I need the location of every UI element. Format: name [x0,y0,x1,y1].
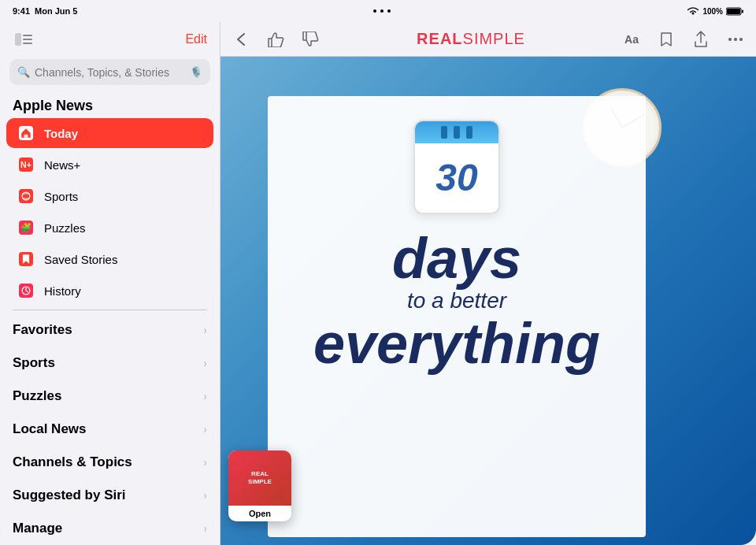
svg-point-17 [728,38,732,41]
calendar-body: 30 [415,143,498,213]
ipad-frame: 9:41 Mon Jun 5 100% [0,0,756,545]
svg-point-19 [739,38,743,41]
sidebar: Edit 🔍 🎙️ Apple News Today [0,22,220,545]
calendar-number: 30 [435,159,477,197]
status-bar-right: 100% [687,6,743,16]
svg-rect-10 [19,189,33,203]
sidebar-toggle-button[interactable] [13,31,35,48]
local-news-chevron: › [203,423,207,436]
article-headline-everything: everything [313,315,600,372]
font-size-button[interactable]: Aa [621,28,643,50]
back-button[interactable] [230,28,252,50]
dot2 [380,9,384,13]
sidebar-item-puzzles[interactable]: 🧩 Puzzles [6,213,213,243]
article-card: 30 days to a better everything [268,96,646,537]
channels-topics-label: Channels & Topics [13,454,132,470]
status-bar-left: 9:41 Mon Jun 5 [13,6,77,16]
svg-rect-4 [23,35,32,36]
sidebar-item-saved-stories[interactable]: Saved Stories [6,244,213,274]
local-news-label: Local News [13,421,87,437]
sidebar-item-sports[interactable]: Sports [6,181,213,211]
sidebar-topbar: Edit [0,22,220,56]
share-icon [694,31,708,48]
like-button[interactable] [265,28,287,50]
sidebar-item-channels-topics[interactable]: Channels & Topics › [0,446,220,479]
main-layout: Edit 🔍 🎙️ Apple News Today [0,22,756,545]
dislike-button[interactable] [299,28,321,50]
sidebar-item-sports-group[interactable]: Sports › [0,347,220,380]
calendar-top [415,121,498,143]
svg-rect-6 [23,43,32,44]
sidebar-item-puzzles-group[interactable]: Puzzles › [0,380,220,413]
today-label: Today [44,127,78,140]
saved-stories-label: Saved Stories [44,253,117,266]
puzzles-group-label: Puzzles [13,388,61,404]
status-bar-center [373,9,391,13]
edit-button[interactable]: Edit [185,32,207,46]
svg-rect-1 [727,9,740,14]
status-time: 9:41 [13,6,30,16]
more-button[interactable] [724,28,747,50]
cal-ring-1 [441,126,447,139]
suggested-by-siri-label: Suggested by Siri [13,488,126,503]
dot3 [387,9,391,13]
apple-news-section-label: Apple News [0,91,220,117]
like-icon [267,32,284,47]
news-plus-icon: N+ [16,154,36,175]
sidebar-item-history[interactable]: History [6,276,213,306]
svg-rect-2 [742,9,743,13]
manage-chevron: › [203,522,207,535]
manage-label: Manage [13,521,62,536]
article-background: 30 days to a better everything REALSIMPL… [220,57,756,545]
sidebar-item-favorites[interactable]: Favorites › [0,313,220,347]
history-label: History [44,284,81,298]
status-bar: 9:41 Mon Jun 5 100% [0,0,756,22]
bookmark-icon [660,32,673,47]
search-input[interactable] [35,66,185,79]
history-icon [16,280,36,301]
puzzles-label: Puzzles [44,221,86,235]
battery-icon [726,7,743,16]
cal-ring-2 [454,126,460,139]
channels-topics-chevron: › [203,456,207,469]
svg-text:N+: N+ [20,160,32,169]
sidebar-toggle-icon [15,33,32,46]
today-icon [16,123,36,143]
sidebar-item-today[interactable]: Today [6,118,213,148]
divider-1 [13,310,207,310]
svg-rect-5 [23,39,32,40]
sports-group-label: Sports [13,355,55,371]
article-toolbar: REALSIMPLE Aa [220,22,756,57]
calendar-icon: 30 [413,120,500,214]
article-subtext-1: to a better [407,287,506,315]
search-icon: 🔍 [17,66,30,78]
mic-icon: 🎙️ [190,66,202,78]
open-popup-label[interactable]: Open [249,506,271,521]
sidebar-item-local-news[interactable]: Local News › [0,413,220,446]
dislike-icon [302,32,319,47]
magazine-title-simple: SIMPLE [463,30,525,47]
search-bar[interactable]: 🔍 🎙️ [9,59,210,85]
status-day: Mon Jun 5 [35,6,77,16]
favorites-label: Favorites [13,322,72,338]
svg-point-18 [734,38,737,41]
open-popup[interactable]: REALSIMPLE Open [228,450,291,521]
saved-stories-icon [16,249,36,269]
magazine-title: REALSIMPLE [417,30,525,48]
dot1 [373,9,376,13]
sports-label: Sports [44,190,78,203]
news-plus-label: News+ [44,158,80,172]
sports-nav-icon [16,186,36,206]
sidebar-item-manage[interactable]: Manage › [0,512,220,545]
puzzles-group-chevron: › [203,390,207,402]
popup-thumbnail: REALSIMPLE [228,450,291,506]
share-button[interactable] [690,28,712,50]
sidebar-item-suggested-by-siri[interactable]: Suggested by Siri › [0,479,220,512]
magazine-title-real: REAL [417,30,462,47]
puzzles-icon: 🧩 [16,217,36,238]
sidebar-item-news-plus[interactable]: N+ News+ [6,150,213,180]
bookmark-button[interactable] [655,28,677,50]
toolbar-left [230,28,321,50]
wifi-icon [687,6,699,16]
sports-group-chevron: › [203,357,207,369]
